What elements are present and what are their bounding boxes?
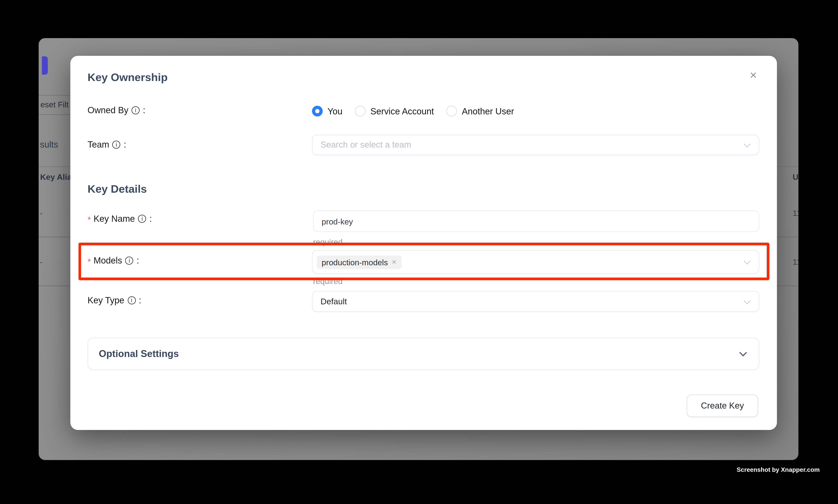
info-icon[interactable] — [127, 296, 136, 304]
optional-settings-panel[interactable]: Optional Settings — [88, 338, 759, 370]
team-label-text: Team — [88, 140, 109, 150]
radio-another-user[interactable]: Another User — [446, 106, 514, 116]
required-asterisk: * — [88, 215, 91, 225]
table-row: - — [40, 257, 42, 266]
label-colon: : — [149, 214, 152, 224]
screenshot-canvas: eset Filt sults Key Alia Up - 11/ - 11/ … — [0, 0, 838, 504]
table-row: 11/ — [793, 208, 799, 217]
radio-service-account[interactable]: Service Account — [355, 106, 434, 116]
column-header-key-alias: Key Alia — [40, 173, 72, 182]
indigo-button-fragment[interactable] — [42, 56, 48, 75]
key-name-input[interactable]: prod-key — [313, 211, 759, 232]
key-type-value: Default — [321, 296, 347, 306]
team-select-placeholder: Search or select a team — [321, 140, 411, 150]
modal-title: Key Ownership — [88, 71, 167, 84]
owned-by-label: Owned By : — [88, 105, 145, 115]
radio-another-user-label: Another User — [462, 106, 514, 116]
chevron-down-icon — [744, 141, 750, 147]
label-colon: : — [124, 140, 126, 150]
key-type-label: Key Type : — [88, 295, 141, 305]
radio-unselected-icon[interactable] — [446, 106, 457, 116]
radio-selected-icon[interactable] — [312, 106, 323, 116]
key-name-label-text: Key Name — [93, 214, 135, 224]
key-details-title: Key Details — [88, 182, 147, 195]
info-icon[interactable] — [112, 141, 121, 149]
radio-you[interactable]: You — [312, 106, 342, 116]
owned-by-label-text: Owned By — [88, 105, 128, 115]
team-select[interactable]: Search or select a team — [312, 135, 759, 155]
chevron-down-icon — [744, 297, 750, 304]
label-colon: : — [143, 105, 145, 115]
key-name-value: prod-key — [322, 217, 353, 226]
key-type-select[interactable]: Default — [312, 291, 759, 312]
watermark-text: Screenshot by Xnapper.com — [737, 467, 820, 473]
column-header-updated: Up — [793, 173, 799, 182]
info-icon[interactable] — [138, 215, 146, 223]
key-name-label: * Key Name : — [88, 214, 152, 224]
optional-settings-label: Optional Settings — [99, 348, 179, 359]
table-row: - — [40, 208, 42, 217]
red-highlight-box — [78, 242, 769, 280]
close-icon[interactable]: ✕ — [746, 68, 761, 83]
radio-you-label: You — [327, 106, 343, 116]
reset-filters-label: eset Filt — [40, 100, 69, 109]
radio-unselected-icon[interactable] — [355, 106, 365, 116]
radio-service-account-label: Service Account — [370, 106, 434, 116]
team-label: Team : — [88, 140, 126, 150]
create-key-button[interactable]: Create Key — [687, 395, 758, 417]
results-count-text: sults — [40, 140, 58, 150]
owned-by-radio-group: You Service Account Another User — [312, 106, 514, 116]
info-icon[interactable] — [131, 106, 140, 114]
label-colon: : — [139, 295, 141, 305]
table-row: 11/ — [793, 257, 799, 266]
key-type-label-text: Key Type — [88, 295, 124, 305]
chevron-down-icon — [739, 349, 747, 356]
